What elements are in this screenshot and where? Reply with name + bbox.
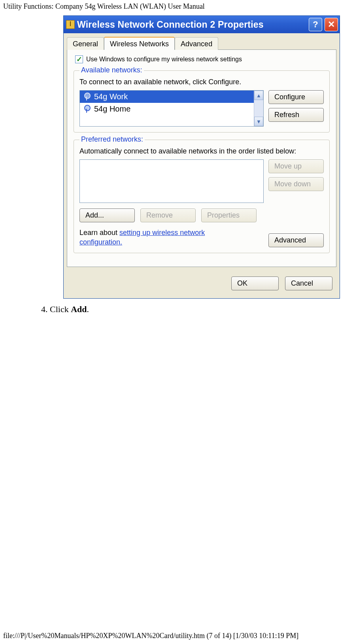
- titlebar[interactable]: Wireless Network Connection 2 Properties…: [64, 16, 340, 33]
- step-pre: Click: [48, 304, 71, 314]
- tab-general[interactable]: General: [67, 37, 104, 50]
- list-item-label: 54g Home: [94, 104, 130, 114]
- scroll-down-button[interactable]: ▼: [254, 117, 263, 126]
- ok-button[interactable]: OK: [231, 277, 279, 290]
- preferred-networks-group: Preferred networks: Automatically connec…: [74, 140, 330, 253]
- tab-wireless-networks[interactable]: Wireless Networks: [104, 37, 175, 50]
- use-windows-label: Use Windows to configure my wireless net…: [86, 56, 242, 63]
- available-listbox[interactable]: 54g Work 54g Home ▲ ▼: [79, 90, 264, 127]
- list-item-label: 54g Work: [94, 92, 128, 101]
- network-icon: [83, 93, 90, 100]
- preferred-listbox[interactable]: [79, 159, 264, 203]
- configure-button[interactable]: Configure: [268, 90, 324, 104]
- step-post: .: [87, 304, 89, 314]
- properties-button[interactable]: Properties: [201, 208, 257, 222]
- learn-text: Learn about setting up wireless network …: [79, 228, 249, 247]
- list-item[interactable]: 54g Work: [80, 91, 254, 103]
- page-header: Utility Functions: Company 54g Wireless …: [0, 0, 355, 15]
- tab-advanced[interactable]: Advanced: [175, 37, 218, 50]
- dialog-footer: OK Cancel: [64, 270, 340, 298]
- refresh-button[interactable]: Refresh: [268, 108, 324, 122]
- step-number: 4.: [41, 304, 48, 314]
- instruction-step: 4. Click Add.: [41, 304, 355, 314]
- network-icon: [83, 106, 90, 113]
- dialog-wrapper: Wireless Network Connection 2 Properties…: [63, 15, 340, 299]
- use-windows-row: ✓ Use Windows to configure my wireless n…: [75, 55, 330, 63]
- preferred-legend: Preferred networks:: [79, 135, 145, 144]
- use-windows-checkbox[interactable]: ✓: [75, 55, 83, 63]
- scrollbar[interactable]: ▲ ▼: [254, 91, 263, 126]
- list-item[interactable]: 54g Home: [80, 103, 254, 115]
- properties-dialog: Wireless Network Connection 2 Properties…: [63, 15, 340, 299]
- move-up-button[interactable]: Move up: [268, 159, 324, 173]
- available-networks-group: Available networks: To connect to an ava…: [74, 70, 330, 133]
- tab-panel: ✓ Use Windows to configure my wireless n…: [67, 49, 336, 267]
- learn-prefix: Learn about: [79, 229, 119, 237]
- available-desc: To connect to an available network, clic…: [79, 78, 324, 86]
- available-legend: Available networks:: [79, 66, 144, 74]
- close-button[interactable]: ✕: [325, 18, 338, 31]
- help-button[interactable]: ?: [309, 18, 322, 31]
- page-footer: file:///P|/User%20Manuals/HP%20XP%20WLAN…: [3, 632, 298, 640]
- window-icon: [66, 20, 75, 29]
- move-down-button[interactable]: Move down: [268, 177, 324, 191]
- advanced-button[interactable]: Advanced: [268, 233, 324, 247]
- window-title: Wireless Network Connection 2 Properties: [77, 19, 306, 30]
- add-button[interactable]: Add...: [79, 208, 135, 222]
- tabs-row: General Wireless Networks Advanced: [64, 33, 340, 49]
- step-bold: Add: [71, 304, 87, 314]
- remove-button[interactable]: Remove: [140, 208, 196, 222]
- cancel-button[interactable]: Cancel: [285, 277, 332, 290]
- preferred-desc: Automatically connect to available netwo…: [79, 147, 324, 155]
- scroll-up-button[interactable]: ▲: [254, 91, 263, 100]
